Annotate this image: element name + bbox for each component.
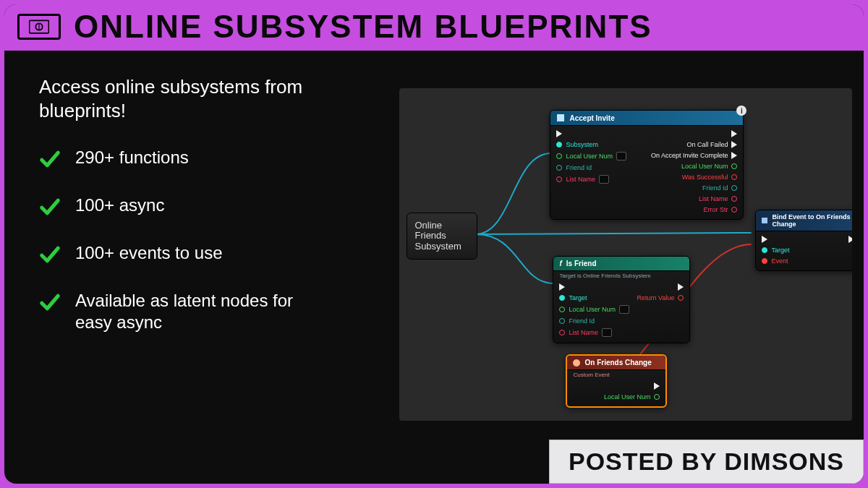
node-title: On Friends Change — [584, 359, 651, 367]
node-bind-event[interactable]: Bind Event to On Friends Change Target E… — [755, 210, 852, 271]
pin[interactable] — [731, 163, 737, 169]
pin-input[interactable] — [599, 175, 609, 184]
pin[interactable] — [556, 142, 562, 147]
node-on-friends-change[interactable]: On Friends Change Custom Event Local Use… — [566, 354, 667, 408]
feature-row: 290+ functions — [39, 147, 385, 170]
node-title: Bind Event to On Friends Change — [772, 213, 852, 228]
left-column: Access online subsystems from blueprints… — [4, 51, 399, 484]
pin[interactable] — [559, 307, 565, 312]
svg-rect-3 — [557, 114, 564, 121]
node-type-icon — [556, 114, 565, 122]
node-header[interactable]: Bind Event to On Friends Change — [756, 210, 852, 231]
right-column: Online Friends Subsystem Accept Invite — [399, 51, 864, 484]
node-type-icon — [762, 217, 767, 224]
frame: ONLINE SUBSYSTEM BLUEPRINTS Access onlin… — [0, 0, 868, 488]
pin-label: List Name — [569, 329, 598, 336]
pin[interactable] — [559, 330, 565, 335]
node-title: Is Friend — [566, 260, 597, 267]
exec-in-pin[interactable] — [559, 283, 565, 291]
node-label: Friends — [414, 231, 461, 241]
svg-rect-4 — [762, 218, 767, 223]
node-subtitle: Target is Online Friends Subsystem — [553, 271, 689, 279]
card: ONLINE SUBSYSTEM BLUEPRINTS Access onlin… — [4, 4, 864, 484]
exec-out-pin[interactable] — [731, 141, 737, 148]
pin-label: Subsystem — [566, 141, 598, 148]
function-icon: f — [559, 260, 561, 267]
node-header[interactable]: f Is Friend — [553, 257, 689, 271]
pin-input[interactable] — [619, 305, 629, 314]
check-icon — [39, 148, 61, 170]
pin[interactable] — [762, 258, 767, 264]
pin-input[interactable] — [616, 152, 626, 160]
pin-label: Was Successful — [682, 174, 728, 181]
feature-text: 100+ async — [75, 194, 164, 216]
exec-out-pin[interactable] — [678, 283, 684, 291]
exec-out-pin[interactable] — [731, 130, 737, 137]
feature-row: 100+ async — [39, 194, 385, 218]
feature-text: 100+ events to use — [75, 242, 222, 264]
pin-label: On Accept Invite Complete — [651, 152, 728, 159]
pin[interactable] — [731, 207, 737, 213]
node-is-friend[interactable]: f Is Friend Target is Online Friends Sub… — [553, 256, 690, 343]
node-header[interactable]: On Friends Change — [567, 356, 665, 370]
pin-label: Target — [569, 294, 587, 301]
pin[interactable] — [556, 176, 562, 182]
money-icon — [17, 14, 61, 40]
node-subtitle: Custom Event — [567, 370, 665, 378]
watermark: POSTED BY DIMSONS — [549, 440, 864, 484]
info-icon[interactable]: i — [736, 106, 746, 116]
pin-label: Local User Num — [604, 393, 651, 401]
pin-label: Local User Num — [566, 153, 613, 160]
exec-out-pin[interactable] — [731, 152, 737, 159]
check-icon — [39, 244, 61, 265]
pin-label: Local User Num — [569, 306, 616, 313]
exec-out-pin[interactable] — [654, 382, 660, 390]
feature-text: 290+ functions — [75, 147, 189, 168]
node-online-friends-subsystem[interactable]: Online Friends Subsystem — [407, 213, 477, 260]
tagline: Access online subsystems from blueprints… — [39, 75, 385, 122]
pin[interactable] — [731, 196, 737, 202]
pin-label: On Call Failed — [686, 141, 728, 148]
node-label: Online — [414, 221, 461, 231]
pin[interactable] — [678, 295, 684, 301]
exec-out-pin[interactable] — [848, 236, 852, 243]
pin-label: Friend Id — [702, 184, 728, 192]
blueprint-graph[interactable]: Online Friends Subsystem Accept Invite — [399, 88, 852, 421]
pin[interactable] — [731, 174, 737, 180]
check-icon — [39, 196, 61, 218]
event-icon — [573, 359, 580, 367]
pin-label: Target — [771, 247, 789, 254]
pin-input[interactable] — [602, 328, 612, 337]
pin[interactable] — [556, 153, 562, 159]
title-bar: ONLINE SUBSYSTEM BLUEPRINTS — [4, 4, 864, 51]
body: Access online subsystems from blueprints… — [4, 51, 864, 484]
node-accept-invite[interactable]: Accept Invite Subsystem Local User Num F… — [550, 110, 744, 220]
pin-label: Event — [771, 257, 788, 265]
pin[interactable] — [556, 165, 562, 171]
feature-row: Available as latent nodes for easy async — [39, 290, 385, 333]
node-header[interactable]: Accept Invite — [550, 111, 743, 126]
pin-label: Return Value — [637, 294, 675, 301]
node-label: Subsystem — [414, 241, 461, 252]
pin[interactable] — [731, 185, 737, 191]
pin-label: List Name — [699, 195, 728, 202]
pin[interactable] — [762, 247, 767, 253]
exec-in-pin[interactable] — [762, 236, 767, 243]
pin-label: Friend Id — [566, 164, 592, 171]
exec-in-pin[interactable] — [556, 130, 562, 137]
node-title: Accept Invite — [569, 114, 614, 122]
pin-label: Local User Num — [681, 163, 728, 170]
feature-text: Available as latent nodes for easy async — [75, 290, 307, 333]
feature-row: 100+ events to use — [39, 242, 385, 265]
pin[interactable] — [559, 295, 565, 301]
check-icon — [39, 291, 61, 313]
pin[interactable] — [654, 394, 660, 400]
pin-label: List Name — [566, 176, 595, 183]
pin-label: Friend Id — [569, 317, 595, 325]
pin[interactable] — [559, 318, 565, 324]
page-title: ONLINE SUBSYSTEM BLUEPRINTS — [74, 9, 652, 45]
pin-label: Error Str — [703, 206, 728, 213]
